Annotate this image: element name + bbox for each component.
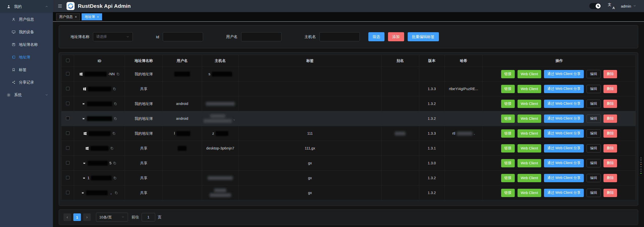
sidebar-item-system[interactable]: 系统 <box>0 89 53 101</box>
tab-close-icon[interactable]: × <box>75 15 77 19</box>
sidebar-item-address-book[interactable]: 地址簿 <box>0 51 53 63</box>
book-name-cell: 共享 <box>140 146 147 150</box>
share-via-web-client-button[interactable]: 通过 Web Client 分享 <box>544 115 584 123</box>
edit-button[interactable]: 编辑 <box>587 100 601 108</box>
menu-fold-button[interactable] <box>57 4 62 9</box>
row-checkbox[interactable] <box>66 72 70 75</box>
web-client-button[interactable]: Web Client <box>518 115 541 123</box>
id-input[interactable] <box>163 32 203 41</box>
next-page-button[interactable]: › <box>83 213 91 221</box>
page-1-button[interactable]: 1 <box>73 213 81 221</box>
share-via-web-client-button[interactable]: 通过 Web Client 分享 <box>544 144 584 153</box>
user-menu[interactable]: admin <box>621 4 636 8</box>
share-via-web-client-button[interactable]: 通过 Web Client 分享 <box>544 174 584 182</box>
row-checkbox[interactable] <box>66 191 70 194</box>
web-client-button[interactable]: Web Client <box>518 144 541 153</box>
row-checkbox[interactable] <box>66 146 70 150</box>
minimap-line <box>640 161 642 161</box>
sidebar-item-my[interactable]: 我的 <box>0 0 53 13</box>
edit-button[interactable]: 编辑 <box>587 70 601 78</box>
link-button[interactable]: 链接 <box>501 100 515 108</box>
tab-address-book[interactable]: 地址簿× <box>82 13 102 20</box>
row-checkbox[interactable] <box>66 176 70 179</box>
username-input[interactable] <box>241 32 281 41</box>
username-cell: android <box>164 117 201 121</box>
web-client-button[interactable]: Web Client <box>518 70 541 78</box>
web-client-button[interactable]: Web Client <box>518 174 541 182</box>
delete-button[interactable]: 删除 <box>603 100 617 108</box>
filter-button[interactable]: 筛选 <box>368 32 384 41</box>
link-button[interactable]: 链接 <box>501 144 515 153</box>
redacted-text <box>86 191 108 195</box>
edit-button[interactable]: 编辑 <box>587 174 601 182</box>
delete-button[interactable]: 删除 <box>603 70 617 78</box>
web-client-button[interactable]: Web Client <box>518 189 541 197</box>
add-button[interactable]: 添加 <box>388 32 404 41</box>
share-via-web-client-button[interactable]: 通过 Web Client 分享 <box>544 70 584 78</box>
edit-button[interactable]: 编辑 <box>587 159 601 167</box>
address-book-name-select[interactable]: 请选择 <box>93 32 133 41</box>
share-via-web-client-button[interactable]: 通过 Web Client 分享 <box>544 100 584 108</box>
delete-button[interactable]: 删除 <box>603 85 617 93</box>
scroll-minimap[interactable] <box>639 156 643 175</box>
edit-button[interactable]: 编辑 <box>587 115 601 123</box>
select-all-checkbox[interactable] <box>66 59 70 62</box>
delete-button[interactable]: 删除 <box>603 115 617 123</box>
link-button[interactable]: 链接 <box>501 70 515 78</box>
redacted-text <box>204 114 232 123</box>
page-unit-label: 页 <box>158 215 162 220</box>
row-checkbox[interactable] <box>66 117 70 120</box>
tab-user-info[interactable]: 用户信息× <box>56 13 80 20</box>
row-checkbox[interactable] <box>66 102 70 105</box>
delete-button[interactable]: 删除 <box>603 129 617 138</box>
hostname-input[interactable] <box>319 32 360 41</box>
edit-button[interactable]: 编辑 <box>587 189 601 197</box>
delete-button[interactable]: 删除 <box>603 174 617 182</box>
row-actions: 链接Web Client通过 Web Client 分享编辑删除 <box>484 129 634 138</box>
link-button[interactable]: 链接 <box>501 115 515 123</box>
tag-icon <box>12 68 16 72</box>
web-client-button[interactable]: Web Client <box>518 85 541 93</box>
web-client-button[interactable]: Web Client <box>518 100 541 108</box>
sidebar-item-address-book-names[interactable]: 地址簿名称 <box>0 38 53 51</box>
row-checkbox[interactable] <box>66 161 70 165</box>
share-via-web-client-button[interactable]: 通过 Web Client 分享 <box>544 129 584 138</box>
redacted-text <box>90 146 109 151</box>
android-icon <box>82 117 85 121</box>
row-checkbox[interactable] <box>66 131 70 135</box>
edit-button[interactable]: 编辑 <box>587 144 601 153</box>
link-button[interactable]: 链接 <box>501 174 515 182</box>
translate-icon[interactable]: 文 A <box>608 3 614 9</box>
gear-icon <box>7 93 11 97</box>
link-button[interactable]: 链接 <box>501 189 515 197</box>
sidebar-item-my-devices[interactable]: 我的设备 <box>0 26 53 38</box>
redacted-text <box>87 101 112 106</box>
page-size-select[interactable]: 10条/页 <box>96 213 128 222</box>
dark-mode-toggle[interactable] <box>589 3 601 9</box>
sidebar-item-share-records[interactable]: 分享记录 <box>0 76 53 89</box>
link-button[interactable]: 链接 <box>501 159 515 167</box>
delete-button[interactable]: 删除 <box>603 189 617 197</box>
edit-button[interactable]: 编辑 <box>587 129 601 138</box>
delete-button[interactable]: 删除 <box>603 144 617 153</box>
top-header: RustDesk Api Admin 文 A admin <box>53 0 644 12</box>
table-body: -NN我的地址簿s链接Web Client通过 Web Client 分享编辑删… <box>61 67 636 200</box>
delete-button[interactable]: 删除 <box>603 159 617 167</box>
link-button[interactable]: 链接 <box>501 85 515 93</box>
web-client-button[interactable]: Web Client <box>518 159 541 167</box>
edit-button[interactable]: 编辑 <box>587 85 601 93</box>
row-checkbox[interactable] <box>66 87 70 90</box>
tab-close-icon[interactable]: × <box>97 15 99 19</box>
share-via-web-client-button[interactable]: 通过 Web Client 分享 <box>544 189 584 197</box>
goto-page-input[interactable]: 1 <box>142 213 155 221</box>
web-client-button[interactable]: Web Client <box>518 129 541 138</box>
version-cell: 1.3.2 <box>428 176 436 180</box>
prev-page-button[interactable]: ‹ <box>63 213 71 221</box>
share-via-web-client-button[interactable]: 通过 Web Client 分享 <box>544 85 584 93</box>
batch-edit-tags-button[interactable]: 批量编辑标签 <box>408 32 439 41</box>
sidebar-item-user-info[interactable]: 用户信息 <box>0 13 53 26</box>
link-button[interactable]: 链接 <box>501 129 515 138</box>
redacted-text <box>88 131 111 136</box>
share-via-web-client-button[interactable]: 通过 Web Client 分享 <box>544 159 584 167</box>
sidebar-item-tags[interactable]: 标签 <box>0 63 53 76</box>
